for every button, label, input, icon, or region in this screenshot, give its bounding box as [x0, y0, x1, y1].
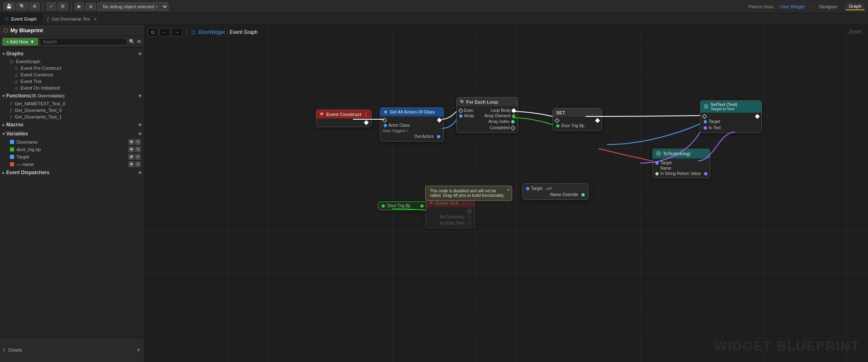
parent-class-value[interactable]: User Widget — [780, 4, 805, 9]
functions-add-btn[interactable]: + — [138, 92, 142, 99]
tree-event-pre-construct[interactable]: ◇ Event Pre Construct — [0, 65, 144, 71]
add-new-button[interactable]: + Add New ▼ — [2, 38, 38, 45]
tree-var-door-trig[interactable]: door_trig bp 👁 + — [0, 146, 144, 153]
node-for-each-loop[interactable]: ↻ For Each Loop Exec Loop Body — [456, 97, 518, 133]
geometry-pin — [468, 215, 471, 219]
graphs-add-btn[interactable]: + — [138, 50, 142, 57]
tree-event-tick[interactable]: ◇ Event Tick — [0, 78, 144, 85]
get-all-actors-title: Get All Actors Of Class — [390, 110, 435, 114]
dispatchers-add-btn[interactable]: + — [138, 169, 142, 176]
var-door-trig-label: door_trig bp — [17, 147, 41, 152]
tab-get-doorname[interactable]: ƒ Get Doorname Tex × — [42, 13, 102, 24]
toolbar-find-btn[interactable]: 🔍 — [17, 2, 28, 10]
macros-add-btn[interactable]: + — [138, 121, 142, 128]
node-event-tick[interactable]: ❖ Event Tick | My Geometry In Delta Time — [425, 198, 475, 228]
node-set[interactable]: SET Door Trig Bp — [553, 108, 602, 131]
tab-close-btn[interactable]: × — [94, 17, 96, 21]
toolbar-settings-btn[interactable]: ⚙ — [30, 2, 40, 10]
for-each-row2: Array Array Element — [457, 113, 518, 118]
graphs-label: Graphs — [6, 51, 24, 57]
tab-event-graph[interactable]: ⬡ Event Graph — [0, 13, 42, 24]
search-icon[interactable]: 🔍 — [129, 39, 135, 45]
for-each-header: ↻ For Each Loop — [457, 97, 518, 106]
tree-event-on-init[interactable]: ◇ Event On Initialized — [0, 85, 144, 91]
tree-func-1[interactable]: ƒ Get_Doorname_Text_0 — [0, 107, 144, 114]
var-doorname-label: Doorname — [17, 140, 38, 144]
to-text-header: Ⓐ ToText(string) — [653, 149, 710, 159]
set-text-row1 — [700, 114, 761, 118]
tree-event-graph-label: EventGraph — [16, 59, 40, 64]
toolbar-bp-settings-btn[interactable]: ⚙ — [58, 2, 68, 10]
tree-func-0[interactable]: ƒ Get_NAMETEXT_Text_0 — [0, 100, 144, 107]
section-functions[interactable]: ▾ Functions (35 Overridable) + — [0, 91, 144, 100]
toolbar-save-btn[interactable]: 💾 — [3, 2, 15, 10]
breadcrumb-sep: › — [226, 29, 228, 35]
get-all-actors-out-actors: Out Actors — [380, 133, 443, 140]
get-all-actors-exec-out — [437, 118, 441, 122]
event-on-init-label-tree: Event On Initialized — [21, 85, 60, 90]
event-construct-exec-out — [316, 120, 371, 125]
node-name-override[interactable]: Target self Name Override — [522, 183, 588, 200]
debug-dropdown[interactable]: No debug object selected ~ — [97, 2, 168, 11]
breadcrumb-widget[interactable]: DoorWidget — [199, 29, 225, 35]
var-name-add-btn[interactable]: + — [135, 161, 141, 167]
add-new-label: + Add New — [6, 39, 28, 44]
breadcrumb-next-btn[interactable]: → — [172, 28, 183, 36]
tree-var-doorname[interactable]: Doorname 👁 + — [0, 138, 144, 146]
toolbar-stop-btn[interactable]: ⏸ — [85, 3, 96, 10]
in-text-label: In Text — [709, 125, 721, 130]
tree-var-name[interactable]: — name 👁 + — [0, 161, 144, 168]
details-collapse-btn[interactable]: ▼ — [136, 348, 141, 353]
toolbar-compile-btn[interactable]: ✓ — [47, 2, 56, 10]
node-to-text-string[interactable]: Ⓐ ToText(string) Target Name — [652, 149, 710, 178]
event-tick-delta: In Delta Time — [426, 220, 474, 226]
for-each-icon: ↻ — [460, 99, 464, 104]
section-graphs[interactable]: ▾ Graphs + — [0, 49, 144, 58]
toolbar-simulate-btn[interactable]: ▶ — [75, 2, 84, 10]
node-door-trig-getter[interactable]: Door Trig Bp — [378, 201, 427, 210]
graph-area[interactable]: ⊙ ← → ⬡ DoorWidget › Event Graph Zoom — [145, 25, 868, 362]
name-override-out-pin — [581, 193, 585, 196]
designer-tab-btn[interactable]: Designer — [816, 3, 840, 10]
var-doorname-add-btn[interactable]: + — [135, 139, 141, 145]
func-0-label: Get_NAMETEXT_Text_0 — [15, 101, 65, 106]
event-tick-exec-out — [426, 209, 474, 214]
tree-event-graph[interactable]: ⬡ EventGraph — [0, 58, 144, 65]
section-variables[interactable]: ▾ Variables + — [0, 129, 144, 138]
var-door-trig-eye-btn[interactable]: 👁 — [128, 147, 134, 152]
to-text-row2: Name — [653, 166, 710, 171]
tree-event-construct[interactable]: ◇ Event Construct — [0, 71, 144, 78]
get-all-actors-row1 — [380, 118, 443, 122]
func-2-label: Get_Doorname_Text_1 — [15, 114, 62, 119]
bp-header: ⬡ My Blueprint — [0, 25, 144, 36]
section-macros[interactable]: ▸ Macros + — [0, 120, 144, 129]
for-each-row1: Exec Loop Body — [457, 108, 518, 113]
search-input[interactable] — [40, 38, 127, 45]
section-dispatchers[interactable]: ▸ Event Dispatchers + — [0, 168, 144, 177]
variables-add-btn[interactable]: + — [138, 130, 142, 137]
var-target-eye-btn[interactable]: 👁 — [128, 154, 134, 160]
var-target-color — [10, 155, 14, 159]
tree-var-target[interactable]: Target 👁 + — [0, 153, 144, 161]
var-doorname-eye-btn[interactable]: 👁 — [128, 139, 134, 145]
event-construct-options[interactable]: ⋮ — [364, 112, 368, 116]
tooltip-close-btn[interactable]: × — [507, 187, 510, 193]
tree-func-2[interactable]: ƒ Get_Doorname_Text_1 — [0, 114, 144, 120]
graph-tab-btn[interactable]: Graph — [845, 3, 865, 10]
node-get-all-actors[interactable]: ⊕ Get All Actors Of Class Actor Class Do… — [380, 107, 444, 142]
node-set-text[interactable]: Ⓐ SetText (Text) Target is Text — [700, 100, 762, 133]
var-target-add-btn[interactable]: + — [135, 154, 141, 160]
breadcrumb-back-btn[interactable]: ⊙ — [148, 28, 158, 36]
functions-arrow: ▾ — [2, 94, 5, 98]
functions-label: Functions — [6, 93, 30, 99]
node-event-construct[interactable]: ❖ Event Construct ⋮ — [316, 109, 372, 127]
toolbar: 💾 🔍 ⚙ ✓ ⚙ ▶ ⏸ No debug object selected ~… — [0, 0, 868, 13]
breadcrumb-prev-btn[interactable]: ← — [159, 28, 170, 36]
view-options-icon[interactable]: 👁 — [137, 39, 142, 45]
set-door-trig-dot — [556, 124, 560, 128]
in-string-pin — [655, 172, 659, 175]
left-panel: ⬡ My Blueprint + Add New ▼ 🔍 👁 ▾ Graphs … — [0, 25, 145, 362]
var-name-eye-btn[interactable]: 👁 — [128, 161, 134, 167]
name-override-target: Target self — [523, 185, 588, 192]
var-door-trig-add-btn[interactable]: + — [135, 147, 141, 152]
